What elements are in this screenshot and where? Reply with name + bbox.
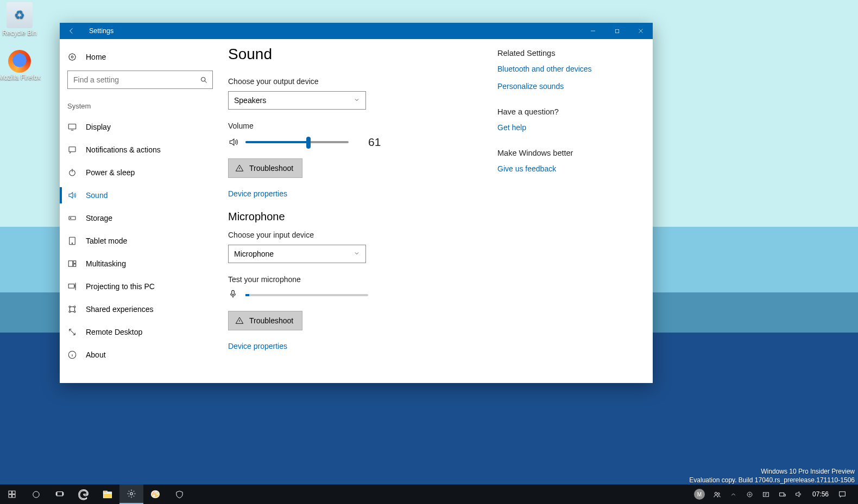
svg-rect-14 [68, 284, 74, 289]
warning-icon [235, 164, 244, 173]
speaker-icon [228, 137, 239, 148]
volume-slider[interactable] [245, 141, 349, 143]
svg-rect-12 [73, 261, 76, 264]
tray-ime-icon[interactable] [758, 484, 774, 504]
svg-rect-0 [615, 29, 619, 33]
cortana-button[interactable] [24, 484, 48, 504]
task-view-button[interactable] [48, 484, 72, 504]
about-icon [67, 350, 77, 360]
svg-rect-27 [56, 493, 57, 495]
tray-location-icon[interactable] [742, 484, 758, 504]
watermark: Windows 10 Pro Insider Preview Evaluatio… [689, 467, 855, 484]
slider-thumb[interactable] [306, 137, 311, 149]
related-settings-title: Related Settings [497, 49, 644, 58]
sidebar-item-power[interactable]: Power & sleep [60, 161, 220, 184]
tray-network-icon[interactable] [774, 484, 791, 504]
input-device-dropdown[interactable]: Microphone [228, 245, 366, 263]
sidebar-item-notifications[interactable]: Notifications & actions [60, 138, 220, 161]
titlebar[interactable]: Settings [60, 23, 653, 39]
tray-people-icon[interactable] [709, 484, 725, 504]
taskbar-app-edge[interactable] [72, 484, 96, 504]
recycle-bin-icon [7, 2, 33, 28]
settings-window: Settings Home System Display [60, 23, 653, 383]
desktop-icon-recycle-bin[interactable]: Recycle Bin [0, 2, 41, 37]
sidebar-item-label: Power & sleep [86, 168, 135, 177]
tray-volume-icon[interactable] [791, 484, 807, 504]
svg-point-17 [69, 311, 71, 312]
close-button[interactable] [629, 23, 653, 39]
content-area: Sound Choose your output device Speakers… [228, 46, 492, 383]
tray-action-center-icon[interactable] [834, 484, 850, 504]
sidebar-item-multitasking[interactable]: Multitasking [60, 252, 220, 275]
svg-rect-43 [780, 493, 784, 496]
volume-label: Volume [228, 122, 492, 130]
mic-level-bar [245, 294, 368, 296]
svg-rect-11 [68, 261, 73, 267]
svg-point-32 [130, 493, 133, 495]
input-troubleshoot-button[interactable]: Troubleshoot [228, 311, 302, 330]
sidebar-item-display[interactable]: Display [60, 116, 220, 138]
notifications-icon [67, 145, 77, 155]
sidebar-item-projecting[interactable]: Projecting to this PC [60, 275, 220, 298]
taskbar-app-settings[interactable] [119, 484, 143, 504]
search-input[interactable] [73, 75, 200, 84]
warning-icon [235, 316, 244, 325]
better-title: Make Windows better [497, 149, 644, 157]
microphone-heading: Microphone [228, 210, 492, 223]
question-title: Have a question? [497, 107, 644, 116]
chevron-down-icon [354, 96, 360, 105]
sidebar-item-sound[interactable]: Sound [60, 184, 220, 207]
taskbar: M 07:56 [0, 484, 858, 504]
remote-icon [67, 327, 77, 337]
sidebar-item-remote[interactable]: Remote Desktop [60, 321, 220, 343]
svg-rect-23 [9, 495, 11, 497]
power-icon [67, 168, 77, 177]
sidebar-item-label: Remote Desktop [86, 328, 142, 336]
svg-point-8 [70, 218, 71, 219]
svg-rect-22 [12, 491, 15, 494]
input-device-properties-link[interactable]: Device properties [228, 342, 287, 350]
minimize-button[interactable] [581, 23, 605, 39]
tray-clock[interactable]: 07:56 [807, 484, 834, 504]
sidebar-item-label: Notifications & actions [86, 145, 161, 154]
link-bluetooth[interactable]: Bluetooth and other devices [497, 65, 592, 73]
link-get-help[interactable]: Get help [497, 123, 526, 132]
sidebar-item-label: Multitasking [86, 259, 126, 268]
maximize-button[interactable] [605, 23, 629, 39]
sidebar-home[interactable]: Home [60, 46, 220, 68]
shared-icon [67, 304, 77, 314]
output-troubleshoot-button[interactable]: Troubleshoot [228, 158, 302, 178]
show-desktop-button[interactable] [850, 484, 855, 504]
dropdown-value: Microphone [234, 250, 274, 258]
sidebar-item-tablet[interactable]: Tablet mode [60, 229, 220, 252]
taskbar-app-paint[interactable] [143, 484, 167, 504]
desktop-icon-label: Mozilla Firefox [0, 74, 41, 81]
back-button[interactable] [60, 23, 84, 39]
window-title: Settings [84, 27, 113, 35]
mic-test-label: Test your microphone [228, 275, 492, 284]
tray-overflow-icon[interactable] [725, 484, 742, 504]
sidebar-item-label: Shared experiences [86, 305, 154, 314]
desktop-icon-firefox[interactable]: Mozilla Firefox [0, 50, 41, 81]
chevron-down-icon [354, 250, 360, 258]
sidebar-item-label: Display [86, 123, 111, 131]
search-box[interactable] [67, 71, 213, 89]
taskbar-app-explorer[interactable] [96, 484, 119, 504]
svg-point-15 [69, 306, 71, 308]
output-device-properties-link[interactable]: Device properties [228, 189, 287, 198]
start-button[interactable] [0, 484, 24, 504]
sidebar-item-about[interactable]: About [60, 343, 220, 366]
tray-user-avatar[interactable]: M [690, 484, 709, 504]
svg-rect-28 [62, 493, 64, 495]
sidebar-item-storage[interactable]: Storage [60, 207, 220, 229]
sidebar-item-label: Sound [86, 191, 108, 200]
output-device-dropdown[interactable]: Speakers [228, 91, 366, 110]
sidebar-item-shared[interactable]: Shared experiences [60, 298, 220, 321]
link-personalize-sounds[interactable]: Personalize sounds [497, 82, 564, 91]
link-feedback[interactable]: Give us feedback [497, 164, 556, 173]
volume-value: 61 [368, 136, 381, 149]
svg-rect-13 [73, 264, 76, 267]
taskbar-app-security[interactable] [167, 484, 191, 504]
svg-point-34 [153, 492, 154, 494]
projecting-icon [67, 282, 77, 291]
